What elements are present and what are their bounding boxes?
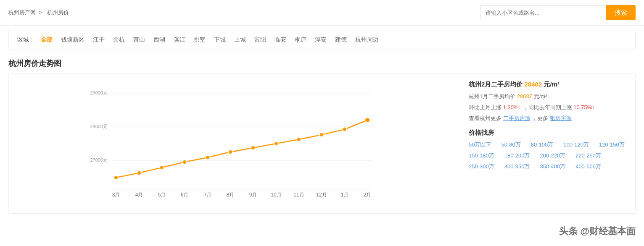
svg-text:6月: 6月 [181, 192, 189, 198]
price-item-0-0[interactable]: 50万以下 [469, 141, 491, 149]
chart-dot-7 [274, 141, 278, 146]
link-rent[interactable]: 租房房源 [550, 115, 572, 121]
info-title-prefix: 杭州2月二手房均价 [469, 81, 523, 88]
search-area: 搜索 [480, 5, 636, 20]
info-subtitle: 杭州1月二手房均价 28037 元/m² [469, 93, 628, 100]
main-content: 杭州房价走势图 29000元 28000元 27000元 [0, 54, 644, 218]
price-item-2-3[interactable]: 400-500万 [575, 163, 601, 170]
region-bar: 区域： 全部 钱塘新区 江干 余杭 萧山 西湖 滨江 拱墅 下城 上城 富阳 临… [8, 30, 636, 50]
price-item-0-3[interactable]: 100-120万 [563, 141, 589, 149]
region-item-zhoubian[interactable]: 杭州周边 [353, 35, 381, 44]
info-subtitle-unit: 元/m² [534, 93, 547, 99]
region-item-xihu[interactable]: 西湖 [151, 35, 168, 44]
region-item-qiantang[interactable]: 钱塘新区 [58, 35, 87, 44]
svg-text:12月: 12月 [316, 192, 327, 198]
search-button[interactable]: 搜索 [606, 5, 636, 20]
svg-text:4月: 4月 [135, 192, 143, 198]
chart-dot-1 [137, 171, 141, 175]
breadcrumb-separator: > [39, 9, 42, 16]
region-item-binjiang[interactable]: 滨江 [171, 35, 188, 44]
info-change-mid: ，同比去年同期上涨 [523, 104, 572, 110]
chart-dot-5 [228, 150, 232, 154]
section-title: 杭州房价走势图 [8, 58, 636, 68]
info-change-mom: 1.30%↑ [503, 104, 521, 110]
price-item-1-1[interactable]: 180-200万 [504, 152, 530, 160]
chart-dot-11 [365, 118, 370, 123]
price-item-2-1[interactable]: 300-350万 [504, 163, 530, 170]
breadcrumb-current: 杭州房价 [47, 9, 69, 16]
info-change-prefix: 环比上月上涨 [469, 104, 501, 110]
region-item-quanbu[interactable]: 全部 [38, 35, 55, 44]
price-item-1-2[interactable]: 200-220万 [540, 152, 565, 160]
svg-text:8月: 8月 [227, 192, 235, 198]
line-chart-svg: 29000元 28000元 27000元 [16, 81, 452, 198]
info-links: 查看杭州更多 二手房房源 ，更多 租房房源 [469, 115, 628, 122]
region-item-xiacheng[interactable]: 下城 [211, 35, 228, 44]
chart-dot-4 [206, 155, 210, 160]
region-item-fuyang[interactable]: 富阳 [252, 35, 269, 44]
region-item-xiaoshan[interactable]: 萧山 [131, 35, 148, 44]
breadcrumb-site[interactable]: 杭州房产网 [8, 9, 36, 16]
region-item-linan[interactable]: 临安 [272, 35, 289, 44]
search-input[interactable] [480, 5, 606, 20]
price-row-0: 50万以下 50-80万 80-100万 100-120万 120-150万 [469, 141, 628, 149]
info-subtitle-text: 杭州1月二手房均价 [469, 93, 515, 99]
region-item-jiande[interactable]: 建德 [333, 35, 349, 44]
chart-dot-0 [114, 175, 118, 180]
info-subtitle-price: 28037 [517, 93, 532, 99]
chart-dot-8 [297, 137, 301, 141]
region-item-gongshu[interactable]: 拱墅 [191, 35, 208, 44]
svg-text:3月: 3月 [112, 192, 120, 198]
info-title-price: 28402 [525, 81, 542, 88]
info-change-yoy: 10.75%↑ [573, 104, 595, 110]
region-item-tonglu[interactable]: 桐庐 [292, 35, 309, 44]
chart-panel: 29000元 28000元 27000元 [8, 73, 636, 214]
svg-text:28000元: 28000元 [90, 124, 108, 129]
price-row-2: 250-300万 300-350万 350-400万 400-500万 [469, 163, 628, 170]
svg-text:1月: 1月 [341, 192, 349, 198]
chart-dot-3 [182, 160, 187, 164]
page-header: 杭州房产网 > 杭州房价 搜索 [0, 0, 644, 26]
region-item-shangcheng[interactable]: 上城 [232, 35, 248, 44]
chart-info: 杭州2月二手房均价 28402 元/m² 杭州1月二手房均价 28037 元/m… [460, 81, 628, 207]
svg-text:10月: 10月 [271, 192, 281, 198]
chart-dot-9 [319, 133, 324, 137]
link-second-hand[interactable]: 二手房房源 [503, 115, 531, 121]
chart-dot-2 [160, 165, 164, 170]
chart-area: 29000元 28000元 27000元 [16, 81, 452, 207]
svg-text:27000元: 27000元 [90, 157, 108, 162]
info-links-prefix: 查看杭州更多 [469, 115, 501, 121]
svg-text:7月: 7月 [204, 192, 212, 198]
svg-text:9月: 9月 [249, 192, 257, 198]
svg-text:5月: 5月 [158, 192, 166, 198]
price-item-2-0[interactable]: 250-300万 [469, 163, 494, 170]
price-item-1-3[interactable]: 220-250万 [575, 152, 601, 160]
chart-dot-6 [251, 146, 255, 150]
price-search-title: 价格找房 [469, 129, 628, 137]
region-item-chunan[interactable]: 淳安 [312, 35, 329, 44]
info-main-title: 杭州2月二手房均价 28402 元/m² [469, 81, 628, 89]
price-row-1: 150-180万 180-200万 200-220万 220-250万 [469, 152, 628, 160]
region-item-yuhang[interactable]: 余杭 [111, 35, 127, 44]
breadcrumb: 杭州房产网 > 杭州房价 [8, 9, 71, 16]
region-item-jianggan[interactable]: 江干 [90, 35, 107, 44]
region-label: 区域： [17, 36, 35, 44]
chart-dot-10 [343, 127, 347, 131]
price-item-0-1[interactable]: 50-80万 [501, 141, 520, 149]
price-item-0-2[interactable]: 80-100万 [531, 141, 553, 149]
price-item-1-0[interactable]: 150-180万 [469, 152, 494, 160]
info-links-mid: ，更多 [532, 115, 548, 121]
svg-text:2月: 2月 [364, 192, 372, 198]
svg-text:11月: 11月 [293, 192, 304, 198]
price-item-2-2[interactable]: 350-400万 [540, 163, 565, 170]
info-change: 环比上月上涨 1.30%↑ ，同比去年同期上涨 10.75%↑ [469, 104, 628, 111]
svg-text:29000元: 29000元 [90, 90, 108, 95]
price-item-0-4[interactable]: 120-150万 [599, 141, 625, 149]
info-title-unit: 元/m² [544, 81, 560, 88]
